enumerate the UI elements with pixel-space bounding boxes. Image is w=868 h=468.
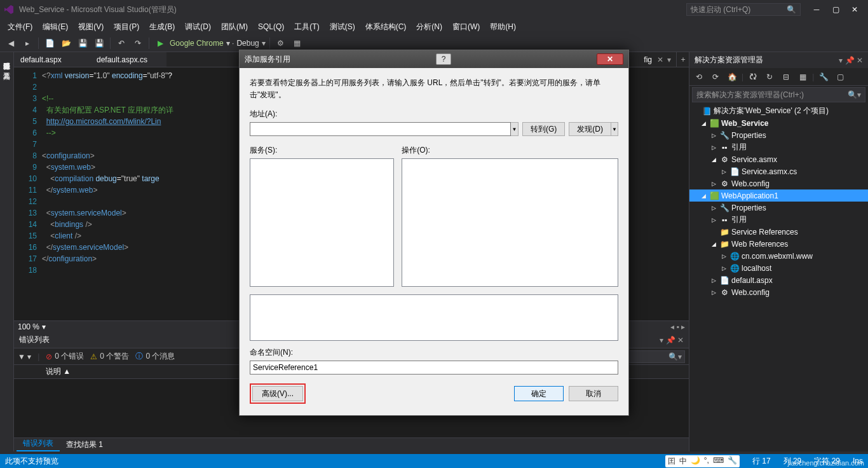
namespace-input[interactable] [250,361,618,375]
errors-filter[interactable]: ⊘ 0 个错误 [46,351,84,362]
description-column[interactable]: 说明 ▲ [46,366,71,377]
address-label: 地址(A): [250,109,618,120]
menu-analyze[interactable]: 分析(N) [411,22,447,32]
menu-arch[interactable]: 体系结构(C) [360,22,412,32]
keyboard-icon[interactable]: ⌨ [713,456,724,467]
config-dropdown[interactable]: Debug [236,39,259,48]
p2-webref-webxml[interactable]: ▷🌐cn.com.webxml.www [689,250,868,262]
advanced-highlight: 高级(V)... [250,383,306,404]
tb-misc-1[interactable]: ⚙ [274,36,288,50]
p2-references[interactable]: ▷▪▪引用 [689,214,868,226]
filter-dropdown[interactable]: ▼ ▾ [18,352,31,361]
p1-webconfig[interactable]: ▷⚙Web.config [689,177,868,189]
server-explorer-tab[interactable]: 服务器资源管理器 [1,52,13,62]
operations-listbox[interactable] [402,158,618,287]
cancel-button[interactable]: 取消 [569,386,618,401]
tabs-dropdown-icon[interactable]: ▾ [667,55,671,64]
address-dropdown-icon[interactable]: ▼ [511,122,519,136]
p1-properties[interactable]: ▷🔧Properties [689,129,868,141]
menu-edit[interactable]: 编辑(E) [37,22,73,32]
redo-icon[interactable]: ↷ [131,36,145,50]
undo-icon[interactable]: ↶ [114,36,128,50]
se-refresh-icon[interactable]: ↻ [763,70,776,84]
minimize-button[interactable]: ─ [807,5,826,14]
warnings-filter[interactable]: ⚠ 0 个警告 [90,351,129,362]
se-properties-icon[interactable]: 🔧 [817,70,831,84]
moon-icon[interactable]: 🌙 [691,456,700,467]
se-home-icon[interactable]: ⟲ [692,70,706,84]
pin-icon[interactable]: ▾ 📌 ✕ [660,336,684,345]
solution-node[interactable]: 📘解决方案'Web_Service' (2 个项目) [689,105,868,117]
status-icons[interactable]: 囯 中 🌙 °, ⌨ 🔧 [665,455,740,467]
menu-file[interactable]: 文件(F) [3,22,37,32]
goto-button[interactable]: 转到(G) [522,122,565,136]
p1-service-asmx[interactable]: ◢⚙Service.asmx [689,153,868,165]
p2-web-references[interactable]: ◢📁Web References [689,238,868,250]
run-target-dropdown[interactable]: Google Chrome [170,39,224,48]
start-icon[interactable]: ▶ [153,36,167,50]
settings-icon[interactable]: 🔧 [728,456,737,467]
new-project-icon[interactable]: 📄 [43,36,57,50]
project-webapplication1[interactable]: ◢🟩WebApplication1 [689,189,868,202]
messages-filter[interactable]: ⓘ 0 个消息 [135,351,175,362]
toolbox-tab[interactable]: 工具箱 [1,62,13,72]
se-back-icon[interactable]: ⟳ [709,70,722,84]
menu-team[interactable]: 团队(M) [216,22,253,32]
discover-button[interactable]: 发现(D) [569,122,611,136]
address-input[interactable] [250,122,511,136]
menu-help[interactable]: 帮助(H) [485,22,521,32]
dialog-help-button[interactable]: ? [436,53,451,65]
ok-button[interactable]: 确定 [514,386,564,401]
close-icon[interactable]: ✕ [657,55,663,64]
menu-test[interactable]: 测试(S) [325,22,360,32]
menu-view[interactable]: 视图(V) [73,22,109,32]
add-tab-icon[interactable]: ＋ [676,52,689,67]
project-webservice[interactable]: ◢🟩Web_Service [689,117,868,129]
p1-references[interactable]: ▷▪▪引用 [689,141,868,153]
se-house-icon[interactable]: 🏠 [725,70,739,84]
p2-properties[interactable]: ▷🔧Properties [689,202,868,214]
open-icon[interactable]: 📂 [59,36,73,50]
se-preview-icon[interactable]: ▢ [833,70,847,84]
se-sync-icon[interactable]: 🗘 [746,70,760,84]
dialog-titlebar[interactable]: 添加服务引用 ? ✕ [240,50,628,68]
p2-service-references[interactable]: 📁Service References [689,226,868,238]
dialog-close-button[interactable]: ✕ [597,53,623,65]
services-listbox[interactable] [250,158,394,287]
saveall-icon[interactable]: 💾 [92,36,106,50]
nav-fwd-icon[interactable]: ▸ [20,36,34,50]
advanced-button[interactable]: 高级(V)... [252,386,303,401]
save-icon[interactable]: 💾 [76,36,90,50]
tb-misc-2[interactable]: ▦ [290,36,304,50]
references-icon: ▪▪ [719,142,729,153]
p2-default-aspx[interactable]: ▷📄default.aspx [689,274,868,286]
solution-tree[interactable]: 📘解决方案'Web_Service' (2 个项目) ◢🟩Web_Service… [689,104,868,451]
p2-webref-localhost[interactable]: ▷🌐localhost [689,262,868,274]
p2-webconfig[interactable]: ▷⚙Web.config [689,286,868,298]
zoom-dropdown[interactable]: 100 % [18,322,39,331]
se-showall-icon[interactable]: ▦ [796,70,810,84]
menu-sql[interactable]: SQL(Q) [253,22,289,31]
panel-controls[interactable]: ▾ 📌 ✕ [839,56,863,65]
close-button[interactable]: ✕ [845,5,864,14]
tab-default-aspx-cs[interactable]: default.aspx.cs [90,52,166,67]
menu-project[interactable]: 项目(P) [109,22,144,32]
quick-launch-box[interactable]: 快速启动 (Ctrl+Q) 🔍 [686,3,801,16]
menu-window[interactable]: 窗口(W) [447,22,485,32]
maximize-button[interactable]: ▢ [826,5,845,14]
solution-search-box[interactable]: 搜索解决方案资源管理器(Ctrl+;) 🔍▾ [692,87,865,102]
menu-tools[interactable]: 工具(T) [289,22,324,32]
menu-build[interactable]: 生成(B) [144,22,180,32]
se-collapse-icon[interactable]: ⊟ [779,70,793,84]
find-results-tab[interactable]: 查找结果 1 [60,438,109,451]
menu-debug[interactable]: 调试(D) [180,22,216,32]
error-list-tab[interactable]: 错误列表 [17,437,60,451]
p1-service-asmx-cs[interactable]: ▷📄Service.asmx.cs [689,165,868,177]
nav-back-icon[interactable]: ◀ [4,36,18,50]
tab-webconfig[interactable]: fig ✕ ▾ [639,52,676,67]
tab-default-aspx[interactable]: default.aspx [14,52,90,67]
ime-icon[interactable]: 囯 [668,456,675,467]
punct-icon[interactable]: °, [704,456,709,467]
discover-dropdown-icon[interactable]: ▼ [611,122,618,136]
lang-icon[interactable]: 中 [679,456,687,467]
